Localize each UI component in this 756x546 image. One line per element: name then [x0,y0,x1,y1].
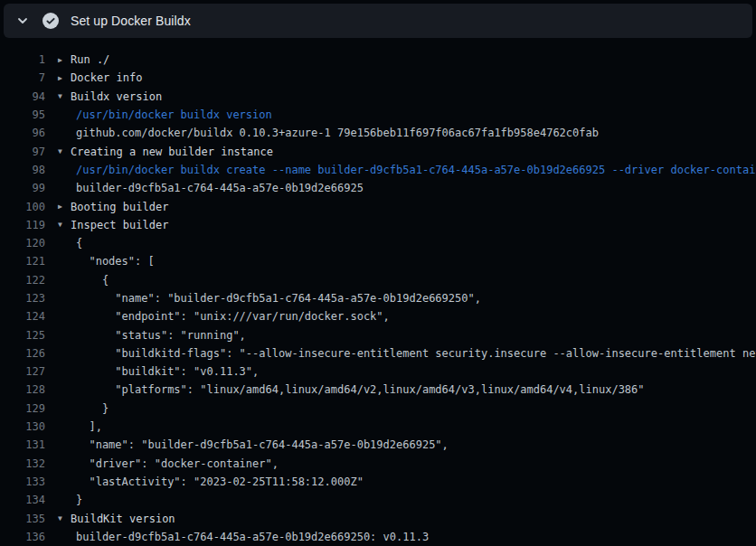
log-group-label[interactable]: Creating a new builder instance [71,146,273,158]
log-line: 131 "name": "builder-d9cfb5a1-c764-445a-… [0,436,756,454]
line-number[interactable]: 135 [0,513,45,525]
log-line: 99builder-d9cfb5a1-c764-445a-a57e-0b19d2… [0,179,756,197]
log-line: 121 "nodes": [ [0,252,756,270]
line-number[interactable]: 132 [0,457,45,470]
log-output-text: github.com/docker/buildx 0.10.3+azure-1 … [76,127,599,139]
log-output-text: "endpoint": "unix:///var/run/docker.sock… [76,310,390,323]
log-output-text: "lastActivity": "2023-02-25T11:58:12.000… [76,475,364,488]
triangle-collapsed-icon[interactable]: ▶ [58,73,71,81]
log-group-toggle[interactable]: ▼Buildx version [58,90,162,103]
log-line: 122 { [0,271,756,289]
log-line: 133 "lastActivity": "2023-02-25T11:58:12… [0,473,756,491]
line-number[interactable]: 122 [0,274,45,287]
line-number[interactable]: 134 [0,494,45,506]
log-output-text: "name": "builder-d9cfb5a1-c764-445a-a57e… [76,292,481,305]
log-group-toggle[interactable]: ▶Booting builder [58,201,168,213]
log-line: 96github.com/docker/buildx 0.10.3+azure-… [0,124,756,142]
line-number[interactable]: 121 [0,255,45,268]
log-group-label[interactable]: Inspect builder [71,219,168,231]
log-group-toggle[interactable]: ▼Inspect builder [58,219,168,231]
log-line: 135▼BuildKit version [0,509,756,527]
log-viewer: 1▶Run ./7▶Docker info94▼Buildx version95… [0,38,756,546]
triangle-collapsed-icon[interactable]: ▶ [58,202,71,211]
log-output-text: "name": "builder-d9cfb5a1-c764-445a-a57e… [76,438,449,451]
line-number[interactable]: 99 [0,182,45,194]
log-group-label[interactable]: Booting builder [71,201,168,213]
line-number[interactable]: 96 [0,127,45,139]
line-number[interactable]: 97 [0,146,45,158]
log-group-label[interactable]: Docker info [71,71,142,84]
line-number[interactable]: 131 [0,438,45,451]
line-number[interactable]: 100 [0,201,45,213]
log-line: 124 "endpoint": "unix:///var/run/docker.… [0,307,756,325]
log-output-text: { [76,237,82,249]
log-line: 132 "driver": "docker-container", [0,455,756,473]
chevron-down-icon[interactable] [14,13,31,29]
line-number[interactable]: 127 [0,365,45,378]
line-number[interactable]: 128 [0,383,45,396]
log-line: 95/usr/bin/docker buildx version [0,106,756,124]
log-line: 127 "buildkit": "v0.11.3", [0,362,756,381]
triangle-collapsed-icon[interactable]: ▶ [58,55,71,63]
log-line: 125 "status": "running", [0,325,756,344]
log-group-toggle[interactable]: ▼BuildKit version [58,513,175,525]
log-line: 98/usr/bin/docker buildx create --name b… [0,161,756,179]
log-group-toggle[interactable]: ▶Run ./ [58,53,109,66]
log-line: 126 "buildkitd-flags": "--allow-insecure… [0,344,756,362]
line-number[interactable]: 130 [0,420,45,433]
log-line: 100▶Booting builder [0,197,756,215]
triangle-expanded-icon[interactable]: ▼ [58,92,71,100]
log-line: 119▼Inspect builder [0,216,756,234]
log-line: 120{ [0,234,756,252]
log-group-toggle[interactable]: ▶Docker info [58,71,142,84]
log-line: 130 ], [0,418,756,436]
triangle-expanded-icon[interactable]: ▼ [58,147,71,155]
log-line: 1▶Run ./ [0,51,756,69]
step-title: Set up Docker Buildx [71,14,191,28]
log-group-label[interactable]: Run ./ [71,53,109,66]
log-output-text: } [76,494,82,506]
line-number[interactable]: 125 [0,329,45,342]
line-number[interactable]: 1 [0,53,45,66]
line-number[interactable]: 94 [0,90,45,103]
log-output-text: ], [76,420,102,433]
line-number[interactable]: 7 [0,71,45,84]
log-line: 136builder-d9cfb5a1-c764-445a-a57e-0b19d… [0,528,756,546]
log-group-label[interactable]: BuildKit version [71,513,175,525]
log-output-text: "nodes": [ [76,255,155,268]
line-number[interactable]: 129 [0,402,45,415]
log-output-text: "status": "running", [76,329,246,342]
line-number[interactable]: 124 [0,310,45,323]
log-output-text: "platforms": "linux/amd64,linux/amd64/v2… [76,383,645,396]
log-line: 129 } [0,400,756,418]
log-group-toggle[interactable]: ▼Creating a new builder instance [58,146,273,158]
log-command-text: /usr/bin/docker buildx create --name bui… [76,164,756,176]
line-number[interactable]: 123 [0,292,45,305]
log-command-text: /usr/bin/docker buildx version [76,108,272,121]
log-output-text: "buildkit": "v0.11.3", [76,365,259,378]
log-output-text: builder-d9cfb5a1-c764-445a-a57e-0b19d2e6… [76,182,364,194]
log-output-text: builder-d9cfb5a1-c764-445a-a57e-0b19d2e6… [76,531,429,543]
line-number[interactable]: 136 [0,531,45,543]
line-number[interactable]: 120 [0,237,45,249]
log-output-text: "driver": "docker-container", [76,457,279,470]
line-number[interactable]: 119 [0,219,45,231]
step-header[interactable]: Set up Docker Buildx [4,4,752,38]
log-output-text: } [76,402,109,415]
log-line: 134} [0,491,756,509]
log-line: 97▼Creating a new builder instance [0,142,756,160]
line-number[interactable]: 133 [0,475,45,488]
log-line: 94▼Buildx version [0,88,756,106]
triangle-expanded-icon[interactable]: ▼ [58,221,71,229]
line-number[interactable]: 95 [0,108,45,121]
check-circle-icon [43,13,59,29]
line-number[interactable]: 126 [0,347,45,360]
log-line: 7▶Docker info [0,69,756,87]
log-output-text: { [76,274,109,287]
log-line: 128 "platforms": "linux/amd64,linux/amd6… [0,381,756,399]
log-group-label[interactable]: Buildx version [71,90,162,103]
line-number[interactable]: 98 [0,164,45,176]
log-output-text: "buildkitd-flags": "--allow-insecure-ent… [76,347,756,360]
triangle-expanded-icon[interactable]: ▼ [58,514,71,522]
log-line: 123 "name": "builder-d9cfb5a1-c764-445a-… [0,289,756,307]
